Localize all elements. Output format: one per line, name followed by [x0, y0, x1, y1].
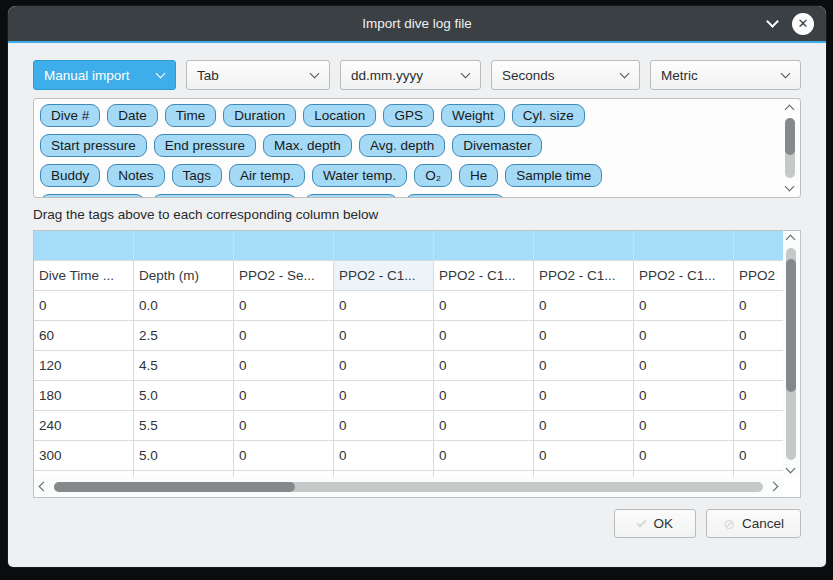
- scroll-down-icon[interactable]: [785, 182, 795, 192]
- ok-button[interactable]: OK: [614, 509, 696, 538]
- tag-date[interactable]: Date: [107, 104, 158, 127]
- scrollbar-track[interactable]: [54, 482, 763, 492]
- tag-max-depth[interactable]: Max. depth: [263, 134, 352, 157]
- tag-water-temp[interactable]: Water temp.: [312, 164, 407, 187]
- scrollbar-track[interactable]: [785, 118, 795, 178]
- table-cell: 5.0: [134, 381, 234, 411]
- scrollbar-thumb[interactable]: [785, 118, 795, 155]
- column-header[interactable]: PPO2 - C1...: [434, 261, 534, 291]
- close-button[interactable]: ✕: [792, 13, 814, 35]
- select-value: Seconds: [502, 68, 555, 83]
- cancel-icon: ⊘: [723, 517, 735, 531]
- table-cell: 300: [34, 441, 134, 471]
- check-icon: [637, 517, 647, 527]
- table-cell: 2.5: [134, 321, 234, 351]
- chevron-down-icon: [781, 69, 791, 79]
- scroll-down-icon[interactable]: [786, 464, 796, 474]
- tag-pool-vertical-scrollbar[interactable]: [782, 101, 798, 195]
- column-header[interactable]: Dive Time ...: [34, 261, 134, 291]
- toolbar: Manual importTabdd.mm.yyyySecondsMetric: [33, 60, 801, 90]
- table-cell: 0: [334, 441, 434, 471]
- tag-divemaster[interactable]: Divemaster: [452, 134, 542, 157]
- scroll-right-icon[interactable]: [769, 482, 779, 492]
- table-cell: 0: [334, 321, 434, 351]
- select-field-separator[interactable]: Tab: [186, 60, 330, 90]
- drop-target-cell[interactable]: [334, 231, 434, 261]
- column-header[interactable]: Depth (m): [134, 261, 234, 291]
- scrollbar-thumb[interactable]: [54, 482, 295, 492]
- select-value: dd.mm.yyyy: [351, 68, 423, 83]
- tag-start-pressure[interactable]: Start pressure: [40, 134, 147, 157]
- column-header-row: Dive Time ...Depth (m)PPO2 - Se...PPO2 -…: [34, 261, 783, 291]
- tag-row: BuddyNotesTagsAir temp.Water temp.O₂HeSa…: [40, 164, 794, 187]
- tag-gps[interactable]: GPS: [383, 104, 434, 127]
- tag-notes[interactable]: Notes: [107, 164, 164, 187]
- tag-sample-time[interactable]: Sample time: [505, 164, 602, 187]
- select-duration-format[interactable]: Seconds: [491, 60, 640, 90]
- tag-avg-depth[interactable]: Avg. depth: [359, 134, 445, 157]
- tag-air-temp[interactable]: Air temp.: [229, 164, 305, 187]
- column-header[interactable]: PPO2 - Se...: [234, 261, 334, 291]
- tag-duration[interactable]: Duration: [223, 104, 296, 127]
- titlebar-chevron-down-icon[interactable]: [766, 15, 779, 28]
- table-cell: 0: [234, 441, 334, 471]
- table-cell: 0: [234, 411, 334, 441]
- tag-he[interactable]: He: [459, 164, 498, 187]
- table-horizontal-scrollbar[interactable]: [34, 477, 783, 497]
- table-cell: 240: [34, 411, 134, 441]
- scroll-up-icon[interactable]: [785, 105, 795, 115]
- column-header[interactable]: PPO2: [734, 261, 783, 291]
- tag-sample-cns[interactable]: Sample CNS: [405, 194, 505, 198]
- tag-dive[interactable]: Dive #: [40, 104, 100, 127]
- tag-buddy[interactable]: Buddy: [40, 164, 100, 187]
- column-header[interactable]: PPO2 - C1...: [634, 261, 734, 291]
- table-cell: 0: [234, 291, 334, 321]
- tag-location[interactable]: Location: [303, 104, 376, 127]
- drop-target-cell[interactable]: [134, 231, 234, 261]
- tag-sample-po[interactable]: Sample pO₂: [304, 194, 399, 198]
- column-header[interactable]: PPO2 - C1...: [534, 261, 634, 291]
- tag-cyl-size[interactable]: Cyl. size: [512, 104, 585, 127]
- drop-target-cell[interactable]: [234, 231, 334, 261]
- chevron-down-icon: [461, 69, 471, 79]
- cancel-button-label: Cancel: [742, 516, 784, 531]
- drop-target-cell[interactable]: [734, 231, 783, 261]
- dialog-buttons: OK ⊘ Cancel: [33, 509, 801, 538]
- drop-target-cell[interactable]: [534, 231, 634, 261]
- scrollbar-track[interactable]: [786, 248, 796, 460]
- tag-sample-temperature[interactable]: Sample temperature: [152, 194, 296, 198]
- table-vertical-scrollbar[interactable]: [783, 231, 800, 477]
- drop-target-cell[interactable]: [34, 231, 134, 261]
- table-cell: 0: [734, 291, 783, 321]
- import-preview-table: Dive Time ...Depth (m)PPO2 - Se...PPO2 -…: [33, 230, 801, 498]
- tag-weight[interactable]: Weight: [441, 104, 505, 127]
- select-value: Tab: [197, 68, 219, 83]
- cancel-button[interactable]: ⊘ Cancel: [706, 509, 801, 538]
- select-units[interactable]: Metric: [650, 60, 801, 90]
- select-value: Metric: [661, 68, 698, 83]
- table-cell: 120: [34, 351, 134, 381]
- tag-o[interactable]: O₂: [414, 164, 452, 187]
- table-cell: 0: [634, 291, 734, 321]
- chevron-down-icon: [620, 69, 630, 79]
- table-body: 00.0000000602.50000001204.50000001805.00…: [34, 291, 783, 477]
- table-cell: 0: [434, 291, 534, 321]
- column-header[interactable]: PPO2 - C1...: [334, 261, 434, 291]
- tag-tags[interactable]: Tags: [172, 164, 223, 187]
- table-cell: 0: [434, 351, 534, 381]
- drop-target-cell[interactable]: [634, 231, 734, 261]
- drop-target-row: [34, 231, 783, 261]
- select-date-format[interactable]: dd.mm.yyyy: [340, 60, 481, 90]
- tag-end-pressure[interactable]: End pressure: [154, 134, 256, 157]
- table-cell: 0: [634, 321, 734, 351]
- table-cell: 0: [234, 351, 334, 381]
- scroll-up-icon[interactable]: [786, 235, 796, 245]
- scroll-left-icon[interactable]: [39, 482, 49, 492]
- drop-target-cell[interactable]: [434, 231, 534, 261]
- titlebar[interactable]: Import dive log file ✕: [8, 6, 826, 41]
- tag-sample-depth[interactable]: Sample depth: [40, 194, 145, 198]
- tag-row: Dive #DateTimeDurationLocationGPSWeightC…: [40, 104, 794, 127]
- select-import-mode[interactable]: Manual import: [33, 60, 176, 90]
- tag-time[interactable]: Time: [165, 104, 217, 127]
- scrollbar-thumb[interactable]: [786, 259, 796, 393]
